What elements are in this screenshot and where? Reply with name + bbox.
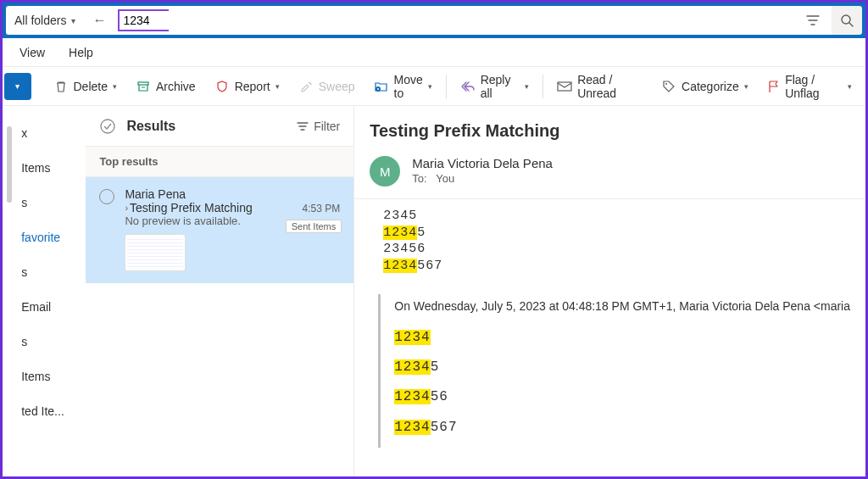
search-folder-label: All folders	[14, 14, 66, 27]
search-folder-selector[interactable]: All folders ▾	[6, 6, 84, 35]
archive-icon	[136, 79, 151, 94]
search-filters-icon[interactable]	[798, 6, 828, 35]
main-area: x Items s favorite s Email s Items ted I…	[3, 106, 865, 476]
folder-item[interactable]: Items	[21, 161, 81, 175]
report-button[interactable]: Report ▾	[211, 73, 283, 100]
sweep-button: Sweep	[295, 73, 359, 100]
message-list-pane: Results Filter Top results Maria Pena › …	[86, 106, 354, 476]
chevron-down-icon: ▾	[113, 82, 117, 91]
archive-button[interactable]: Archive	[132, 73, 199, 100]
folder-item[interactable]: s	[21, 335, 81, 348]
ribbon-toolbar: ▾ Delete ▾ Archive Report ▾ Sweep Move t…	[3, 67, 865, 106]
shield-icon	[214, 79, 230, 94]
menu-help[interactable]: Help	[69, 46, 93, 59]
flag-icon	[767, 79, 780, 94]
folder-item[interactable]: ted Ite...	[21, 404, 81, 418]
folder-scrollbar[interactable]	[3, 106, 16, 476]
menu-view[interactable]: View	[19, 46, 45, 59]
new-mail-dropdown[interactable]: ▾	[4, 73, 31, 100]
reading-subject: Testing Prefix Matching	[354, 106, 865, 149]
flag-button[interactable]: Flag / Unflag ▾	[764, 73, 855, 100]
readunread-button[interactable]: Read / Unread	[554, 73, 646, 100]
message-item[interactable]: Maria Pena › Testing Prefix Matching No …	[86, 177, 353, 283]
reading-header: M Maria Victoria Dela Pena To: You	[354, 149, 865, 199]
to-line: To: You	[412, 172, 553, 185]
reply-all-icon	[460, 79, 476, 94]
menubar: View Help	[3, 38, 865, 67]
select-all-circle-icon[interactable]	[99, 118, 116, 135]
message-thumbnail	[125, 234, 186, 271]
search-button[interactable]	[832, 6, 862, 35]
svg-rect-3	[558, 82, 571, 91]
svg-point-0	[842, 15, 850, 24]
select-message-circle[interactable]	[99, 189, 114, 204]
list-subheader: Top results	[86, 147, 353, 177]
folder-item[interactable]: Items	[21, 370, 81, 383]
message-sender: Maria Pena	[125, 187, 340, 201]
svg-point-4	[665, 83, 667, 85]
back-arrow-icon[interactable]: ←	[87, 13, 111, 28]
message-folder-badge: Sent Items	[286, 220, 342, 233]
chevron-down-icon: ▾	[525, 82, 529, 91]
folder-item[interactable]: Email	[21, 300, 81, 314]
quoted-body: 1234123451234561234567	[394, 323, 850, 443]
search-box: ←	[84, 6, 832, 35]
message-body: 234512345234561234567	[354, 199, 865, 289]
from-name: Maria Victoria Dela Pena	[412, 156, 553, 170]
envelope-icon	[557, 79, 572, 94]
folder-list: x Items s favorite s Email s Items ted I…	[16, 106, 86, 476]
message-time: 4:53 PM	[303, 203, 341, 214]
search-input[interactable]	[123, 11, 271, 30]
chevron-down-icon: ▾	[428, 82, 432, 91]
folder-move-icon	[374, 79, 389, 94]
svg-point-5	[101, 120, 114, 133]
delete-button[interactable]: Delete ▾	[50, 73, 120, 100]
moveto-button[interactable]: Move to ▾	[370, 73, 436, 100]
folder-item-favorite[interactable]: favorite	[21, 231, 81, 244]
trash-icon	[53, 79, 69, 94]
search-bar: All folders ▾ ←	[3, 3, 865, 38]
list-title: Results	[126, 119, 287, 134]
avatar: M	[370, 156, 400, 187]
folder-item[interactable]: s	[21, 196, 81, 209]
list-header: Results Filter	[86, 106, 353, 147]
filter-icon	[297, 120, 309, 132]
quoted-block: On Wednesday, July 5, 2023 at 04:48:18 P…	[378, 294, 850, 448]
quoted-header: On Wednesday, July 5, 2023 at 04:48:18 P…	[394, 299, 850, 313]
filter-button[interactable]: Filter	[297, 120, 340, 133]
chevron-down-icon: ▾	[275, 82, 280, 91]
categorize-button[interactable]: Categorize ▾	[658, 73, 752, 100]
chevron-down-icon: ▾	[744, 82, 748, 91]
sweep-icon	[298, 79, 314, 94]
chevron-down-icon: ▾	[848, 82, 852, 91]
search-input-highlight	[118, 9, 169, 31]
svg-rect-1	[138, 82, 148, 85]
chevron-right-icon: ›	[125, 203, 128, 213]
chevron-down-icon: ▾	[71, 16, 75, 25]
reading-pane: Testing Prefix Matching M Maria Victoria…	[354, 106, 865, 476]
chevron-down-icon: ▾	[15, 81, 19, 91]
folder-item[interactable]: s	[21, 265, 81, 279]
tag-icon	[661, 79, 676, 94]
replyall-button[interactable]: Reply all ▾	[457, 73, 533, 100]
folder-item[interactable]: x	[21, 126, 81, 140]
